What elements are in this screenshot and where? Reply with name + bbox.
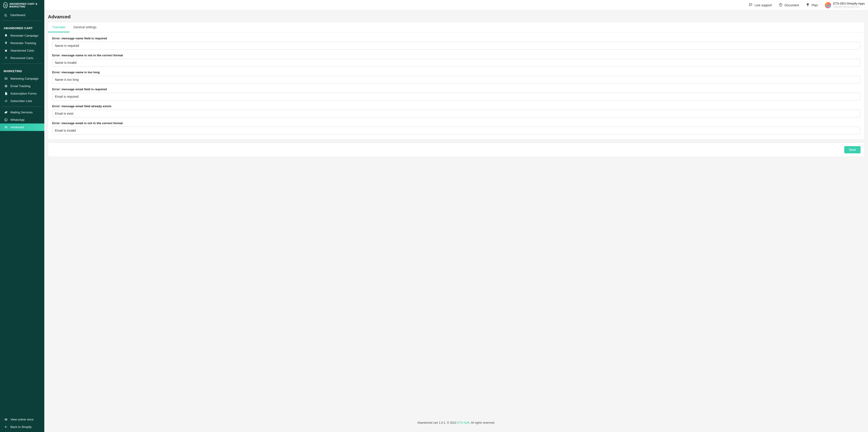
refresh-icon: [4, 56, 8, 60]
eye-icon: [4, 418, 8, 421]
svg-point-3: [750, 4, 751, 5]
field-name-too-long: Error: message name is too long: [52, 70, 860, 83]
sidebar-heading-abandoned: ABANDONED CART: [0, 24, 44, 32]
field-input[interactable]: [52, 110, 860, 117]
sidebar-item-dashboard[interactable]: Dashboard: [0, 11, 44, 19]
sidebar-item-reminder-campaign[interactable]: Reminder Campaign: [0, 32, 44, 39]
topbar-document[interactable]: Document: [779, 3, 799, 7]
divider: [2, 107, 42, 107]
sidebar: ABANDONED CART & MARKETING Dashboard ABA…: [0, 0, 44, 432]
sidebar-item-label: Subscription Forms: [10, 92, 37, 95]
basket-icon: [4, 49, 8, 52]
divider: [2, 21, 42, 21]
sidebar-item-reminder-tracking[interactable]: Reminder Tracking: [0, 39, 44, 47]
gear-icon: [4, 111, 8, 114]
whatsapp-icon: [4, 118, 8, 121]
footer-link[interactable]: ETS-Soft: [457, 421, 469, 424]
sidebar-item-back-to-shopify[interactable]: Back to Shopify: [0, 423, 44, 431]
sidebar-item-marketing-campaign[interactable]: Marketing Campaign: [0, 75, 44, 82]
sidebar-item-abandoned-carts[interactable]: Abandoned Carts: [0, 47, 44, 54]
user-email: etssoft07@hotmail.com: [833, 5, 865, 8]
topbar-plan[interactable]: Plan: [806, 3, 818, 7]
form-body: Error: message name field is required Er…: [48, 33, 864, 139]
save-button[interactable]: Save: [844, 146, 861, 153]
field-label: Error: message email field is required: [52, 88, 860, 91]
brand: ABANDONED CART & MARKETING: [0, 0, 44, 11]
footer: Abandoned cart 1.0.1. © 2022 ETS-Soft. A…: [48, 417, 864, 428]
field-name-invalid: Error: message name is not in the correc…: [52, 54, 860, 66]
tab-general-settings[interactable]: General settings: [69, 22, 101, 32]
svg-point-6: [780, 5, 781, 5]
field-label: Error: message name is not in the correc…: [52, 54, 860, 57]
trophy-icon: [806, 3, 810, 7]
bell-icon: [4, 34, 8, 37]
file-icon: [4, 92, 8, 95]
topbar-live-support[interactable]: Live support: [749, 3, 772, 7]
topbar-label: Live support: [754, 3, 772, 7]
actionbar: Save: [48, 143, 864, 156]
sidebar-item-label: Advanced: [10, 125, 24, 129]
action-card: Save: [48, 143, 864, 157]
footer-prefix: Abandoned cart 1.0.1. © 2022: [417, 421, 457, 424]
field-email-invalid: Error: message email is not in the corre…: [52, 121, 860, 134]
topbar: Live support Document Plan 🏪 ETS-DEV-SHo…: [44, 0, 868, 10]
topbar-label: Document: [784, 3, 799, 7]
field-input[interactable]: [52, 59, 860, 66]
page-title: Advanced: [48, 14, 864, 20]
field-label: Error: message name is too long: [52, 70, 860, 74]
chart-icon: [4, 13, 8, 17]
sidebar-item-label: View online store: [10, 418, 34, 421]
field-input[interactable]: [52, 93, 860, 100]
field-input[interactable]: [52, 42, 860, 50]
user-name: ETS-DEV-SHopify-Apps: [833, 2, 865, 5]
sidebar-item-label: Mailing Services: [10, 111, 33, 114]
sidebar-item-label: Marketing Campaign: [10, 77, 39, 80]
avatar: 🏪: [825, 2, 831, 8]
sidebar-item-label: Abandoned Carts: [10, 49, 34, 52]
chat-icon: [749, 3, 752, 7]
sidebar-item-mailing-services[interactable]: Mailing Services: [0, 109, 44, 116]
field-email-required: Error: message email field is required: [52, 88, 860, 100]
sidebar-item-recovered-carts[interactable]: Recovered Carts: [0, 54, 44, 62]
footer-suffix: . All rights reserved.: [469, 421, 495, 424]
sliders-icon: [4, 125, 8, 129]
svg-point-2: [750, 4, 750, 5]
sidebar-item-label: Dashboard: [10, 13, 25, 17]
sidebar-item-label: Reminder Campaign: [10, 34, 38, 37]
field-email-exists: Error: message email field already exist…: [52, 105, 860, 117]
field-label: Error: message email is not in the corre…: [52, 121, 860, 125]
sidebar-item-subscription-forms[interactable]: Subscription Forms: [0, 90, 44, 97]
back-icon: [4, 425, 8, 429]
target-icon: [4, 84, 8, 88]
sidebar-item-whatsapp[interactable]: WhatsApp: [0, 116, 44, 123]
topbar-user[interactable]: 🏪 ETS-DEV-SHopify-Apps etssoft07@hotmail…: [825, 2, 865, 8]
sidebar-item-label: Recovered Carts: [10, 56, 33, 60]
sidebar-item-label: WhatsApp: [10, 118, 24, 121]
list-icon: [4, 99, 8, 103]
main: Live support Document Plan 🏪 ETS-DEV-SHo…: [44, 0, 868, 432]
sidebar-item-view-online-store[interactable]: View online store: [0, 416, 44, 423]
field-input[interactable]: [52, 127, 860, 134]
mail-icon: [4, 77, 8, 80]
sidebar-item-advanced[interactable]: Advanced: [0, 123, 44, 131]
help-icon: [779, 3, 782, 7]
sidebar-heading-marketing: MARKETING: [0, 67, 44, 75]
brand-logo: [3, 2, 8, 8]
content: Advanced Translate General settings Erro…: [44, 10, 868, 432]
sidebar-item-label: Reminder Tracking: [10, 41, 36, 45]
sidebar-item-email-tracking[interactable]: Email Tracking: [0, 82, 44, 90]
sidebar-item-label: Subscriber Lists: [10, 99, 32, 103]
user-info: ETS-DEV-SHopify-Apps etssoft07@hotmail.c…: [833, 2, 865, 8]
brand-title: ABANDONED CART & MARKETING: [9, 2, 41, 8]
field-label: Error: message email field already exist…: [52, 105, 860, 108]
sidebar-item-label: Email Tracking: [10, 84, 31, 88]
field-name-required: Error: message name field is required: [52, 37, 860, 50]
sidebar-item-subscriber-lists[interactable]: Subscriber Lists: [0, 97, 44, 105]
field-input[interactable]: [52, 76, 860, 83]
tab-translate[interactable]: Translate: [48, 22, 69, 32]
pin-icon: [4, 41, 8, 45]
divider: [2, 63, 42, 64]
topbar-label: Plan: [812, 3, 818, 7]
svg-point-0: [5, 6, 5, 6]
sidebar-item-label: Back to Shopify: [10, 425, 32, 429]
